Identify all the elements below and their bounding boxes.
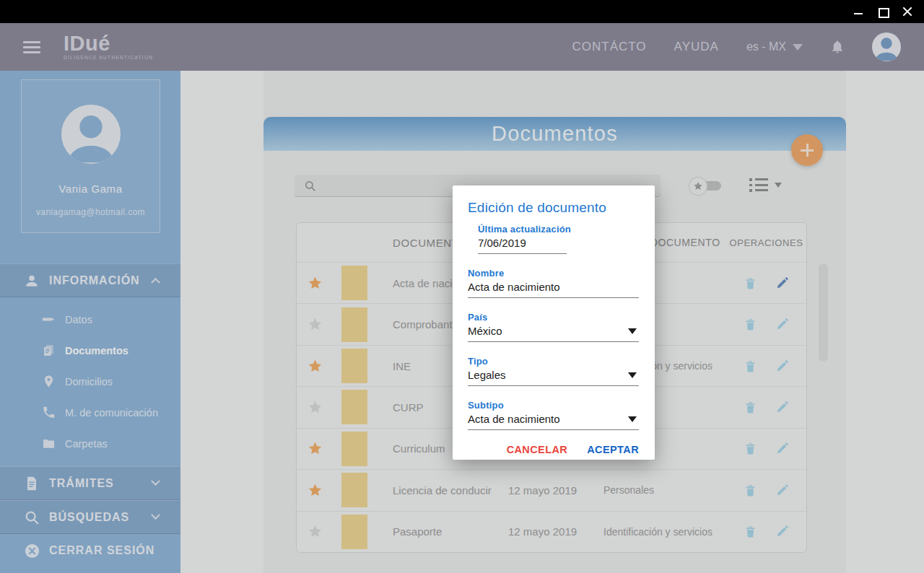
last-updated-field: Última actualización 7/06/2019: [478, 224, 639, 254]
last-updated-input[interactable]: 7/06/2019: [478, 237, 567, 254]
field-label: Subtipo: [468, 400, 639, 411]
type-field: Tipo Legales: [468, 356, 639, 386]
subtype-select[interactable]: Acta de nacimiento: [468, 413, 639, 430]
country-field: País México: [468, 312, 639, 342]
window-titlebar: [0, 0, 924, 23]
minimize-button[interactable]: [853, 6, 863, 17]
cancel-button[interactable]: CANCELAR: [507, 444, 568, 455]
modal-title: Edición de documento: [468, 200, 639, 216]
field-label: País: [468, 312, 639, 323]
accept-button[interactable]: ACEPTAR: [587, 444, 639, 455]
field-label: Nombre: [468, 268, 639, 279]
country-select[interactable]: México: [468, 325, 639, 342]
type-select[interactable]: Legales: [468, 369, 639, 386]
maximize-button[interactable]: [878, 6, 888, 17]
name-input[interactable]: Acta de nacimiento: [468, 281, 639, 298]
subtype-field: Subtipo Acta de nacimiento: [468, 400, 639, 430]
field-label: Última actualización: [478, 224, 639, 235]
name-field: Nombre Acta de nacimiento: [468, 268, 639, 298]
edit-document-modal: Edición de documento Última actualizació…: [453, 185, 655, 460]
field-label: Tipo: [468, 356, 639, 367]
close-button[interactable]: [902, 6, 912, 17]
